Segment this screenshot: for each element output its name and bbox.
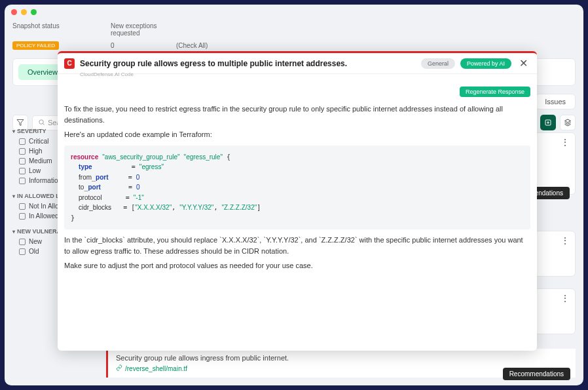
card-menu-icon[interactable]: ⋮ xyxy=(560,137,570,147)
finding-detail: Security group rule allows ingress from … xyxy=(106,349,576,378)
modal-brand-icon: C xyxy=(64,58,75,69)
pill-general[interactable]: General xyxy=(421,58,455,69)
bg-header-col1: Snapshot status xyxy=(12,22,111,37)
chevron-down-icon: ▾ xyxy=(12,193,15,199)
checkbox-icon xyxy=(19,148,26,155)
checkbox-icon xyxy=(19,138,26,145)
modal-body: Regenerate Response To fix the issue, yo… xyxy=(58,80,537,351)
finding-file-link[interactable]: /reverse_shell/main.tf xyxy=(116,364,568,372)
modal-subtitle: CloudDefense.AI Code xyxy=(58,71,537,80)
close-icon[interactable]: ✕ xyxy=(517,57,530,69)
card-menu-icon[interactable]: ⋮ xyxy=(560,293,570,303)
close-window-icon[interactable] xyxy=(11,9,17,15)
checkbox-icon xyxy=(19,213,26,220)
checkbox-icon xyxy=(19,168,26,174)
bg-val1: 0 xyxy=(111,42,176,49)
modal-para1: To fix the issue, you need to restrict e… xyxy=(64,104,530,125)
modal-para2: Here's an updated code example in Terraf… xyxy=(64,129,530,140)
window-controls xyxy=(11,9,37,15)
regen-row: Regenerate Response xyxy=(64,84,530,100)
terraform-code-block: resource "aws_security_group_rule" "egre… xyxy=(64,146,530,230)
chevron-down-icon: ▾ xyxy=(12,229,15,235)
modal-title: Security group rule allows egress to mul… xyxy=(80,59,416,68)
minimize-window-icon[interactable] xyxy=(21,9,27,15)
chevron-down-icon: ▾ xyxy=(12,128,15,134)
bg-val2: (Check All) xyxy=(176,42,242,49)
policy-failed-badge: POLICY FAILED xyxy=(12,41,59,50)
layers-button[interactable] xyxy=(560,115,576,130)
ai-remediation-modal: C Security group rule allows egress to m… xyxy=(58,51,537,351)
checkbox-icon xyxy=(19,248,26,255)
finding-text: Security group rule allows ingress from … xyxy=(116,354,568,362)
regenerate-button[interactable]: Regenerate Response xyxy=(460,87,530,97)
pill-powered-by-ai[interactable]: Powered by AI xyxy=(460,58,511,69)
checkbox-icon xyxy=(19,239,26,245)
checkbox-icon xyxy=(19,178,26,184)
checkbox-icon xyxy=(19,158,26,165)
bg-header-row: Snapshot status New exceptions requested xyxy=(5,21,583,38)
card-menu-icon[interactable]: ⋮ xyxy=(560,235,570,246)
modal-para4: Make sure to adjust the port and protoco… xyxy=(64,260,530,271)
recommendations-button-bottom[interactable]: Recommendations xyxy=(503,368,570,380)
link-icon xyxy=(116,364,122,372)
bg-header-col2: New exceptions requested xyxy=(111,22,176,37)
bg-data-row: 0 (Check All) xyxy=(103,41,583,50)
export-button[interactable] xyxy=(540,115,556,130)
maximize-window-icon[interactable] xyxy=(31,9,37,15)
modal-para3: In the `cidr_blocks` attribute, you shou… xyxy=(64,235,530,256)
checkbox-icon xyxy=(19,203,26,210)
svg-point-0 xyxy=(39,119,43,123)
tab-issues[interactable]: Issues xyxy=(535,94,576,109)
